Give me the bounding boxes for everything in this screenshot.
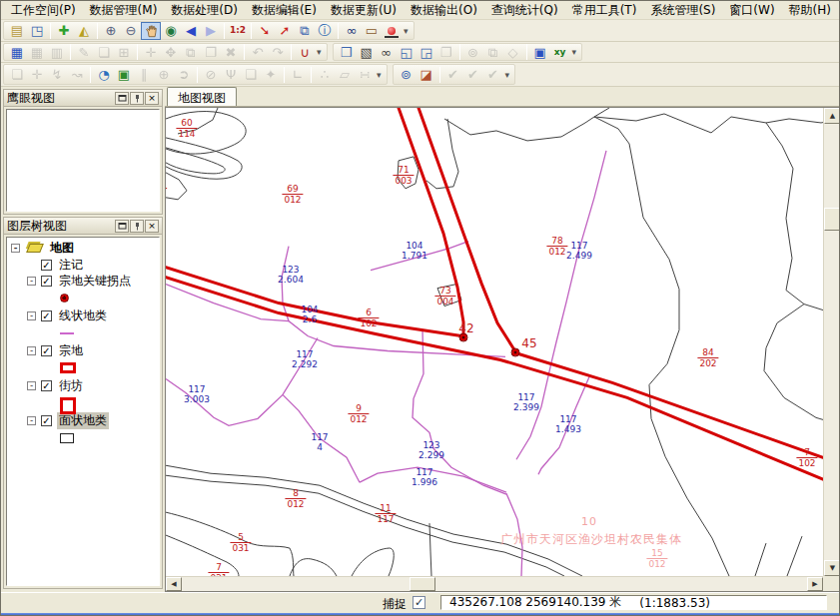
layer-row-linear-landuse[interactable]: -✓线状地类 bbox=[7, 308, 159, 323]
layer-label[interactable]: 注记 bbox=[57, 257, 85, 274]
add-data-button[interactable]: ✚ bbox=[54, 22, 74, 40]
zoom-in-button[interactable]: ⊕ bbox=[101, 22, 121, 40]
toolbar-overflow-icon[interactable]: ▾ bbox=[375, 70, 384, 80]
expand-toggle[interactable]: - bbox=[11, 244, 20, 253]
toolbar-overflow-icon[interactable]: ▾ bbox=[315, 47, 324, 57]
close-icon[interactable]: × bbox=[145, 220, 159, 233]
view-back-button[interactable]: ◀ bbox=[181, 22, 201, 40]
layer-visibility-checkbox[interactable]: ✓ bbox=[41, 415, 52, 426]
eagle-eye-header[interactable]: 鹰眼视图 × bbox=[4, 90, 162, 107]
open-workspace-button[interactable]: ◳ bbox=[27, 22, 47, 40]
expand-toggle[interactable]: - bbox=[27, 311, 36, 320]
menu-item-common-tools[interactable]: 常用工具(T) bbox=[565, 1, 644, 20]
zoom-out-button[interactable]: ⊖ bbox=[121, 22, 141, 40]
menu-item-window[interactable]: 窗口(W) bbox=[722, 1, 781, 20]
tab-map-view[interactable]: 地图视图 bbox=[167, 87, 237, 106]
close-icon[interactable]: × bbox=[145, 92, 159, 105]
attribute-table-icon: ⊞ bbox=[119, 46, 130, 59]
menu-item-query-statistics[interactable]: 查询统计(Q) bbox=[484, 1, 565, 20]
measure-button[interactable]: ▭ bbox=[362, 22, 382, 40]
layer-row-annotation[interactable]: ✓注记 bbox=[7, 257, 159, 273]
toolbar-separator bbox=[50, 23, 51, 39]
window-tool-button[interactable]: ◪ bbox=[417, 66, 436, 84]
horizontal-scrollbar[interactable]: ◀ ▶ bbox=[166, 576, 823, 591]
edit-notebook-button[interactable]: ▦ bbox=[7, 43, 27, 61]
region-box-button[interactable]: ▣ bbox=[530, 43, 550, 61]
layer-row-polygon-landuse[interactable]: -✓面状地类 bbox=[7, 412, 159, 428]
menu-item-data-management[interactable]: 数据管理(M) bbox=[83, 1, 165, 20]
layer-row-parcel-key-points[interactable]: -✓宗地关键拐点 bbox=[7, 273, 159, 289]
layer-row-parcel[interactable]: -✓宗地 bbox=[7, 342, 159, 358]
expand-toggle[interactable]: - bbox=[27, 346, 36, 355]
expand-toggle[interactable]: - bbox=[27, 277, 36, 286]
expand-toggle[interactable]: - bbox=[27, 381, 36, 390]
layer-visibility-checkbox[interactable]: ✓ bbox=[41, 345, 52, 356]
layer-label[interactable]: 线状地类 bbox=[57, 308, 109, 324]
scroll-down-icon[interactable]: ▼ bbox=[824, 560, 840, 576]
restore-icon[interactable] bbox=[115, 220, 129, 233]
layer-label[interactable]: 街坊 bbox=[57, 377, 85, 394]
copy-screen-button[interactable]: ❒ bbox=[337, 43, 357, 61]
zoom-select-button[interactable]: ⊚ bbox=[397, 66, 417, 84]
move-node-down-button[interactable]: ➘ bbox=[255, 22, 275, 40]
select-find-button[interactable]: ∞ bbox=[377, 43, 397, 61]
pin-icon[interactable] bbox=[130, 220, 144, 233]
menu-item-data-editing[interactable]: 数据编辑(E) bbox=[245, 1, 324, 20]
stats-pie-button[interactable]: ◔ bbox=[94, 66, 114, 84]
pin-icon[interactable] bbox=[130, 92, 144, 105]
scroll-up-icon[interactable]: ▲ bbox=[824, 108, 840, 124]
stats-pie-icon: ◔ bbox=[98, 68, 109, 81]
layer-row-block[interactable]: -✓街坊 bbox=[7, 377, 159, 393]
xy-input-button[interactable]: xy bbox=[550, 43, 570, 61]
layer-visibility-checkbox[interactable]: ✓ bbox=[41, 310, 52, 321]
menu-item-data-output[interactable]: 数据输出(O) bbox=[404, 1, 484, 20]
restore-icon[interactable] bbox=[115, 92, 129, 105]
layer-visibility-checkbox[interactable]: ✓ bbox=[41, 260, 52, 271]
snapshot-button[interactable]: ◲ bbox=[417, 43, 436, 61]
find-button[interactable]: ∞ bbox=[342, 22, 362, 40]
full-extent-button[interactable]: ◉ bbox=[161, 22, 181, 40]
expand-toggle[interactable]: - bbox=[27, 416, 36, 425]
menu-item-workspace[interactable]: 工作空间(P) bbox=[4, 1, 83, 20]
view-forward-button[interactable]: ▶ bbox=[201, 22, 221, 40]
menu-item-data-update[interactable]: 数据更新(U) bbox=[324, 1, 404, 20]
layer-tree-header[interactable]: 图层树视图 × bbox=[4, 218, 162, 235]
toolbar-overflow-icon[interactable]: ▾ bbox=[503, 70, 512, 80]
eagle-eye-canvas[interactable] bbox=[6, 109, 160, 212]
move-node-up-icon: ➚ bbox=[280, 24, 291, 37]
select-marquee-button[interactable]: ▧ bbox=[357, 43, 377, 61]
menu-item-data-processing[interactable]: 数据处理(D) bbox=[164, 1, 245, 20]
toolbar-overflow-icon[interactable]: ▾ bbox=[570, 47, 579, 57]
vertical-scrollbar[interactable]: ▲ ▼ bbox=[823, 108, 840, 576]
layer-label[interactable]: 宗地 bbox=[57, 342, 85, 359]
redo-button: ↷ bbox=[268, 43, 288, 61]
horizontal-scroll-thumb[interactable] bbox=[410, 577, 435, 591]
menu-item-help[interactable]: 帮助(H) bbox=[782, 1, 838, 20]
scale-bar-button[interactable]: 1:2 bbox=[228, 22, 248, 40]
move-node-up-button[interactable]: ➚ bbox=[275, 22, 295, 40]
locate-point-button[interactable] bbox=[382, 22, 402, 40]
scroll-right-icon[interactable]: ▶ bbox=[807, 577, 823, 591]
snap-checkbox[interactable]: ✓ bbox=[413, 596, 425, 609]
layer-root-label[interactable]: 地图 bbox=[48, 240, 76, 257]
snap-magnet-button[interactable]: ∪ bbox=[295, 43, 315, 61]
vertical-scroll-thumb[interactable] bbox=[824, 208, 840, 231]
layer-label[interactable]: 面状地类 bbox=[57, 412, 109, 429]
layer-root-row[interactable]: - 地图 bbox=[7, 240, 159, 257]
view-forward-icon: ▶ bbox=[206, 24, 216, 37]
copy-view-button[interactable]: ⧉ bbox=[295, 22, 315, 40]
layer-visibility-checkbox[interactable]: ✓ bbox=[41, 380, 52, 391]
toolbar-edit: ▦▦▥✎❏⊞✛✥⧉❐✖↶↷∪▾ bbox=[3, 43, 328, 61]
map-canvas[interactable]: 6011469012710037801273004610284202710290… bbox=[166, 108, 823, 576]
scroll-left-icon[interactable]: ◀ bbox=[166, 577, 182, 591]
menu-item-system-management[interactable]: 系统管理(S) bbox=[643, 1, 722, 20]
layer-label[interactable]: 宗地关键拐点 bbox=[57, 273, 133, 290]
pan-button[interactable] bbox=[141, 22, 161, 40]
region-new-button[interactable]: ▣ bbox=[114, 66, 134, 84]
toolbar-overflow-icon[interactable]: ▾ bbox=[402, 26, 411, 36]
zoom-window-button[interactable]: ◱ bbox=[397, 43, 417, 61]
layer-display-button[interactable]: ◭ bbox=[74, 22, 94, 40]
new-workspace-button[interactable]: ▤ bbox=[7, 22, 27, 40]
info-query-button[interactable]: ⓘ bbox=[315, 22, 335, 40]
layer-visibility-checkbox[interactable]: ✓ bbox=[41, 276, 52, 287]
